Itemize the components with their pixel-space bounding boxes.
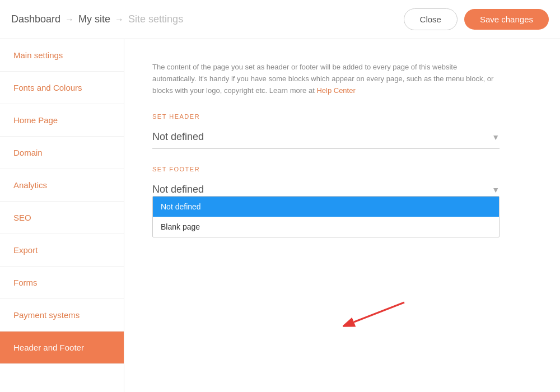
sidebar-item-domain[interactable]: Domain: [0, 137, 124, 169]
header-actions: Close Save changes: [404, 8, 549, 30]
header-select-wrapper: Not defined ▼: [152, 125, 500, 149]
close-button[interactable]: Close: [404, 8, 458, 30]
header-select-value: Not defined: [152, 131, 204, 143]
dropdown-option-not-defined[interactable]: Not defined: [153, 197, 499, 217]
dropdown-option-blank-page[interactable]: Blank page: [153, 217, 499, 237]
header-select[interactable]: Not defined ▼: [152, 125, 500, 149]
footer-dropdown[interactable]: Not defined Blank page: [152, 196, 500, 237]
chevron-down-icon: ▼: [492, 133, 500, 142]
sidebar-item-main-settings[interactable]: Main settings: [0, 39, 124, 72]
sidebar-item-export[interactable]: Export: [0, 234, 124, 267]
footer-select-wrapper: Not defined ▼ Not defined Blank page: [152, 178, 500, 237]
set-header-label: SET HEADER: [152, 113, 532, 120]
footer-select-value: Not defined: [152, 184, 204, 195]
sidebar: Main settings Fonts and Colours Home Pag…: [0, 39, 124, 392]
breadcrumb-arrow-1: →: [65, 15, 74, 25]
breadcrumb-arrow-2: →: [115, 15, 124, 25]
set-footer-label: SET FOOTER: [152, 166, 532, 172]
main-content: The content of the page you set as heade…: [124, 39, 560, 392]
info-text: The content of the page you set as heade…: [152, 62, 500, 96]
svg-line-1: [354, 302, 404, 322]
sidebar-item-seo[interactable]: SEO: [0, 202, 124, 234]
help-center-link[interactable]: Help Center: [316, 86, 355, 95]
red-arrow-icon: [343, 297, 410, 330]
sidebar-item-home-page[interactable]: Home Page: [0, 104, 124, 137]
main-layout: Main settings Fonts and Colours Home Pag…: [0, 39, 560, 392]
breadcrumb: Dashboard → My site → Site settings: [11, 13, 183, 25]
breadcrumb-mysite: My site: [78, 13, 110, 25]
sidebar-item-fonts-colours[interactable]: Fonts and Colours: [0, 72, 124, 104]
breadcrumb-site-settings: Site settings: [128, 13, 183, 25]
arrow-annotation: [343, 297, 410, 333]
chevron-down-icon-footer: ▼: [492, 185, 500, 194]
sidebar-item-forms[interactable]: Forms: [0, 267, 124, 299]
save-changes-button[interactable]: Save changes: [464, 9, 549, 30]
sidebar-item-payment-systems[interactable]: Payment systems: [0, 299, 124, 332]
app-header: Dashboard → My site → Site settings Clos…: [0, 0, 560, 39]
breadcrumb-dashboard: Dashboard: [11, 13, 60, 25]
sidebar-item-analytics[interactable]: Analytics: [0, 169, 124, 202]
sidebar-item-header-footer[interactable]: Header and Footer: [0, 332, 124, 364]
